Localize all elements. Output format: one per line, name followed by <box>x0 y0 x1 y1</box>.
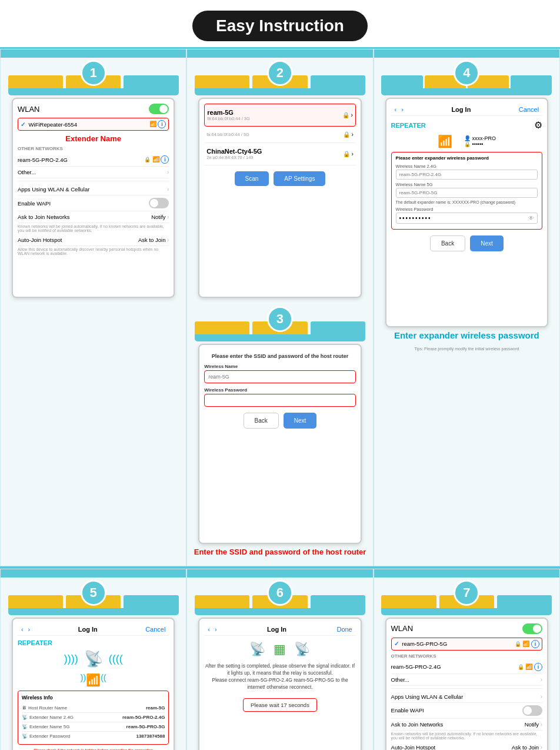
forward-arrow-5[interactable]: › <box>28 626 31 633</box>
signal-left-icon: )))) <box>64 653 78 665</box>
info-icon[interactable]: i <box>158 120 166 128</box>
step-6-cell: 6 ‹ › Log In Done 📡 ▦ 📡 <box>186 569 373 750</box>
step7-wapi-toggle[interactable] <box>522 705 542 716</box>
scan-net3-name: ChinaNet-Cty4-5G <box>206 148 262 155</box>
info-icon-7[interactable]: i <box>531 640 539 648</box>
back-arrow-5[interactable]: ‹ <box>21 626 24 633</box>
step7-auto-join[interactable]: Auto-Join Hotspot Ask to Join › <box>391 742 543 750</box>
tray-bar-b1 <box>124 75 178 88</box>
nav-arrows-4: ‹ › <box>395 106 404 113</box>
back-arrow-6[interactable]: ‹ <box>208 626 210 633</box>
extender-pwd-value: 13873874588 <box>136 734 165 739</box>
step4-next-button[interactable]: Next <box>470 235 504 251</box>
tray-bar-b5 <box>311 595 365 608</box>
apps-wlan-label: Apps Using WLAN & Cellular <box>18 186 90 193</box>
network-item-1[interactable]: ream-5G-PRO-2.4G 🔒 📶 i <box>18 153 169 167</box>
step6-done[interactable]: Done <box>336 626 352 633</box>
device-pwd: •••••• <box>472 141 484 147</box>
router-icon-5: 📡 <box>84 650 103 668</box>
forward-arrow-4[interactable]: › <box>401 106 404 113</box>
router-icon-4: 📶 <box>438 134 452 148</box>
enable-wapi-label: Enable WAPI <box>18 200 51 207</box>
wapi-toggle[interactable] <box>149 198 169 208</box>
scan-network-2[interactable]: fa:64:bb:0f:b0:44 / 3G 🔒 › <box>204 127 355 143</box>
lock-7-1: 🔒 <box>518 664 524 670</box>
step4-repeater-row: REPEATER ⚙ <box>391 120 543 131</box>
info-7-1[interactable]: i <box>534 663 542 671</box>
step6-desc2: Please connect ream-5G-PRO-2.4G ream-5G-… <box>212 677 348 690</box>
step7-selected-network[interactable]: ✓ ream-5G-PRO-5G 🔒 📶 i <box>391 638 543 651</box>
tray-bar-b4 <box>124 595 178 608</box>
default-note: The default expander name is: XXXXXX-PRO… <box>396 200 538 204</box>
scan-button[interactable]: Scan <box>235 171 269 186</box>
step4-expand-box: Please enter expander wireless password … <box>391 152 543 230</box>
name-5g-input[interactable] <box>396 188 538 198</box>
step7-ask-join[interactable]: Ask to Join Networks Notify › <box>391 719 543 731</box>
step7-phone: WLAN ✓ ream-5G-PRO-5G 🔒 📶 i OTHER NETWOR… <box>385 618 549 750</box>
step7-selected-icons: 🔒 📶 i <box>515 640 539 648</box>
extender-5g-value: ream-5G-PRO-5G <box>126 724 165 729</box>
hotspot-desc: Allow this device to automatically disco… <box>18 246 169 257</box>
auto-join-label: Auto-Join Hotspot <box>18 237 62 243</box>
step4-device-row: 📶 👤 xxxx-PRO 🔒 •••••• <box>391 134 543 148</box>
step7-wlan-label: WLAN <box>391 624 414 633</box>
selected-network-item[interactable]: ✓ WiFiRepeater-6554 📶 i <box>18 118 169 131</box>
step4-back-button[interactable]: Back <box>430 235 465 251</box>
scan-btn-row: Scan AP Settings <box>204 171 355 186</box>
extender-2g-label: 📡 Extender Name 2.4G <box>22 715 74 720</box>
wireless-password-input[interactable] <box>204 394 355 407</box>
step7-apps-item[interactable]: Apps Using WLAN & Cellular › <box>391 691 543 703</box>
step4-cancel[interactable]: Cancel <box>519 106 539 113</box>
step-7-cell: 7 WLAN ✓ ream-5G-PRO-5G 🔒 📶 i <box>374 569 560 750</box>
tray-bar-b3 <box>311 321 365 334</box>
ask-join-item[interactable]: Ask to Join Networks Notify › <box>18 211 169 223</box>
name-2g-input[interactable] <box>396 170 538 180</box>
step4-header-title: Log In <box>451 106 471 113</box>
apps-wlan-item[interactable]: Apps Using WLAN & Cellular › <box>18 184 169 195</box>
wireless-name-input[interactable] <box>204 370 355 383</box>
forward-arrow-6[interactable]: › <box>215 626 217 633</box>
lock-icon: 🔒 <box>144 157 151 162</box>
step-number-area-5: 5 <box>1 578 186 595</box>
step-number-6: 6 <box>267 580 293 606</box>
scan-network-3[interactable]: ChinaNet-Cty4-5G 2e:a0:4e:84:49:70 / 149… <box>204 143 355 165</box>
tray-bar-y7 <box>8 595 63 608</box>
step-number-3: 3 <box>267 306 293 332</box>
wlan-toggle[interactable] <box>149 104 169 114</box>
step6-router-row: 📡 ▦ 📡 <box>204 642 355 657</box>
wifi-7-1: 📶 <box>525 663 532 670</box>
wireless-password-label: Wireless Password <box>204 387 355 393</box>
step3-phone: Please enter the SSID and password of th… <box>198 344 361 544</box>
step3-next-button[interactable]: Next <box>284 413 317 429</box>
step4-device-info: 👤 xxxx-PRO 🔒 •••••• <box>464 135 496 147</box>
router-right-6: 📡 <box>294 642 310 657</box>
step2-phone: ream-5G f8:64:bb:0f:b0:44 / 3G 🔒 › fa:64… <box>198 98 361 298</box>
eye-icon[interactable]: 👁 <box>528 215 534 221</box>
signal-center-6: ▦ <box>274 642 286 657</box>
other-label: Other... <box>18 169 36 175</box>
step4-btn-row: Back Next <box>391 235 543 251</box>
step5-cancel[interactable]: Cancel <box>145 626 165 633</box>
step7-network1[interactable]: ream-5G-PRO-2.4G 🔒 📶 i <box>391 661 543 674</box>
ap-settings-button[interactable]: AP Settings <box>274 171 325 186</box>
step3-back-button[interactable]: Back <box>244 413 279 429</box>
step7-other[interactable]: Other... › <box>391 674 543 686</box>
auto-join-value: Ask to Join › <box>138 237 169 243</box>
step-number-area-4: 4 <box>374 58 559 75</box>
network-item-other[interactable]: Other... › <box>18 167 169 178</box>
info-icon-2[interactable]: i <box>161 155 169 164</box>
step7-ask-desc: Known networks will be joined automatica… <box>391 731 543 742</box>
step7-wlan-toggle[interactable] <box>522 623 542 634</box>
auto-join-item[interactable]: Auto-Join Hotspot Ask to Join › <box>18 234 169 246</box>
step6-login-header: ‹ › Log In Done <box>204 623 355 636</box>
scan-net1-lock: 🔒 › <box>342 112 353 118</box>
router-left-6: 📡 <box>249 642 265 657</box>
host-router-label: 🖥 Host Router Name <box>22 705 67 711</box>
person-icon: 👤 <box>464 135 471 141</box>
back-arrow-4[interactable]: ‹ <box>395 106 397 113</box>
tray-top-6 <box>187 569 372 578</box>
wait-box-container: Please wait 17 seconds <box>204 693 355 716</box>
extender-5g-row: 📡 Extender Name 5G ream-5G-PRO-5G <box>22 722 165 732</box>
scan-network-1[interactable]: ream-5G f8:64:bb:0f:b0:44 / 3G 🔒 › <box>204 104 355 127</box>
name-5g-label: Wireless Name 5G <box>396 182 538 187</box>
